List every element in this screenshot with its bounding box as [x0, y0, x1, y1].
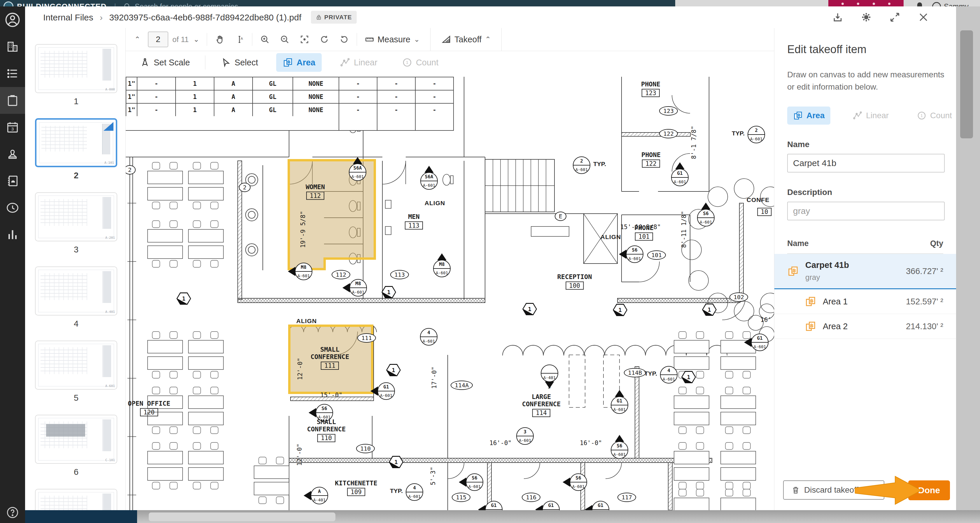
plan-oval: E	[555, 212, 566, 221]
page-thumbnail[interactable]: A-201 3	[35, 192, 117, 255]
panel-linear-button[interactable]: Linear	[847, 107, 894, 124]
plan-hex: 1	[613, 304, 627, 316]
description-input[interactable]	[787, 202, 945, 220]
page-thumbnail[interactable]: A-000 1	[35, 44, 117, 106]
contact-book-icon	[6, 174, 19, 188]
horizontal-scrollbar[interactable]	[149, 512, 336, 521]
page-thumbnail[interactable]: 7	[35, 489, 117, 510]
item-description: gray	[805, 273, 906, 282]
plan-ref: M8A-601	[295, 263, 312, 280]
area-measurement-icon	[787, 265, 799, 277]
svg-text:1: 1	[921, 113, 923, 118]
rotate-cw-button[interactable]	[320, 34, 329, 45]
user-menu[interactable]: Sammy	[932, 2, 969, 6]
page-number-label: 2	[35, 171, 117, 180]
sidebar-item-list[interactable]	[0, 60, 25, 87]
done-button[interactable]: Done	[908, 480, 950, 500]
plan-ref: S6AA-601	[420, 172, 438, 190]
takeoff-menu[interactable]: Takeoff ⌃	[430, 28, 502, 51]
chevron-up-icon: ⌃	[485, 35, 491, 43]
takeoff-badge-icon	[103, 122, 113, 131]
measure-menu[interactable]: Measure ⌄	[364, 34, 420, 45]
name-input[interactable]	[787, 154, 945, 172]
global-search-placeholder: Search for people or companies	[135, 2, 238, 7]
sidebar-item-takeoffs[interactable]	[0, 87, 25, 114]
page-number-input[interactable]	[148, 32, 168, 47]
sidebar-item-calendar[interactable]: 3	[0, 114, 25, 141]
download-button[interactable]	[832, 11, 843, 23]
item-name: Carpet 41b	[805, 260, 906, 270]
plan-hex: 1	[389, 456, 403, 468]
zoom-out-button[interactable]	[280, 34, 290, 45]
linear-tool-button[interactable]: Linear	[333, 53, 384, 72]
sidebar-item-profile[interactable]	[0, 6, 25, 33]
breadcrumb[interactable]: Internal Files › 39203975-c6aa-4eb6-988f…	[43, 11, 357, 24]
notifications-bell[interactable]	[915, 2, 924, 6]
text-select-tool-button[interactable]: A	[234, 34, 244, 45]
top-bar-left: BUILDINGCONNECTED | Search for people or…	[0, 0, 675, 6]
count-tool-button[interactable]: 1 Count	[396, 53, 445, 72]
vertical-scrollbar[interactable]	[960, 30, 973, 138]
thumbnail-preview	[38, 269, 114, 312]
plan-ref: G1A-601	[485, 501, 503, 510]
takeoff-item-row[interactable]: Carpet 41b gray 366.727' ²	[775, 254, 956, 289]
close-button[interactable]	[918, 11, 929, 23]
area-tool-button[interactable]: Area	[276, 53, 322, 72]
plan-ref: G1A-601	[671, 169, 689, 186]
plan-note: ALIGN	[425, 199, 445, 207]
rotate-ccw-button[interactable]	[339, 34, 349, 45]
clipboard-icon	[6, 94, 19, 107]
plan-oval: 113	[390, 270, 409, 279]
plan-room: RECEPTION100	[557, 273, 592, 290]
rotate-ccw-icon	[339, 34, 349, 45]
settings-button[interactable]	[861, 11, 872, 23]
takeoff-item-row[interactable]: Area 1 152.597' ²	[775, 289, 956, 314]
area-icon	[283, 57, 293, 68]
takeoff-item-row[interactable]: Area 2 214.130' ²	[775, 314, 956, 339]
list-header-qty: Qty	[930, 239, 943, 248]
plan-ref: A-401J	[541, 365, 558, 390]
page-thumbnail[interactable]: C-101 6	[35, 415, 117, 477]
app-root: BUILDINGCONNECTED | Search for people or…	[0, 0, 980, 523]
fit-to-screen-button[interactable]	[299, 34, 309, 45]
discard-takeoff-button[interactable]: Discard takeoff item	[783, 480, 885, 500]
sheet-number: A-601	[105, 384, 115, 388]
notification-banner[interactable]	[828, 0, 904, 6]
sheet-number: A-101	[104, 161, 114, 164]
floor-plan: 22S6AA-601S6AA-601WOMEN112MEN113ALIGN19'…	[126, 28, 774, 510]
page-thumbnail[interactable]: A-101 2	[35, 118, 117, 180]
sidebar-item-companies[interactable]	[0, 33, 25, 60]
plan-oval: 114A	[450, 381, 473, 390]
plan-oval: 115	[452, 493, 471, 502]
panel-count-button[interactable]: 1 Count	[911, 107, 958, 124]
pan-tool-button[interactable]	[215, 34, 224, 45]
panel-area-button[interactable]: Area	[787, 107, 830, 124]
plan-hex: 1	[382, 286, 396, 298]
plan-oval: 114B	[624, 368, 646, 377]
page-down-button[interactable]: ⌄	[193, 35, 199, 43]
sheet-number: A-000	[105, 88, 115, 91]
trash-icon	[791, 486, 800, 494]
sidebar-item-stamp[interactable]	[0, 141, 25, 167]
page-thumbnail[interactable]: A-401 4	[35, 266, 117, 328]
page-thumbnails: A-000 1 A-101 2 A-201	[25, 28, 126, 510]
set-scale-button[interactable]: Set Scale	[133, 53, 196, 72]
text-cursor-icon: A	[234, 34, 244, 45]
plan-ref: S6A-601	[626, 246, 643, 263]
breadcrumb-root[interactable]: Internal Files	[43, 13, 93, 22]
expand-button[interactable]	[889, 11, 900, 23]
plan-dim: 17'-0"	[431, 367, 438, 389]
plan-ref: G1A-601	[377, 382, 395, 400]
select-tool-button[interactable]: Select	[214, 53, 264, 72]
sidebar-item-history[interactable]	[0, 195, 25, 221]
pdf-canvas[interactable]: 22S6AA-601S6AA-601WOMEN112MEN113ALIGN19'…	[126, 28, 774, 510]
page-up-button[interactable]: ⌃	[134, 35, 140, 43]
page-thumbnail[interactable]: A-601 5	[35, 341, 117, 403]
sidebar-item-analytics[interactable]	[0, 221, 25, 248]
sidebar-item-contacts[interactable]	[0, 167, 25, 195]
thumbnail-preview	[38, 418, 114, 461]
plan-room: LARGECONFERENCE114	[522, 393, 561, 417]
global-search[interactable]: Search for people or companies	[124, 2, 238, 7]
sidebar-help[interactable]	[0, 506, 25, 519]
zoom-in-button[interactable]	[260, 34, 270, 45]
